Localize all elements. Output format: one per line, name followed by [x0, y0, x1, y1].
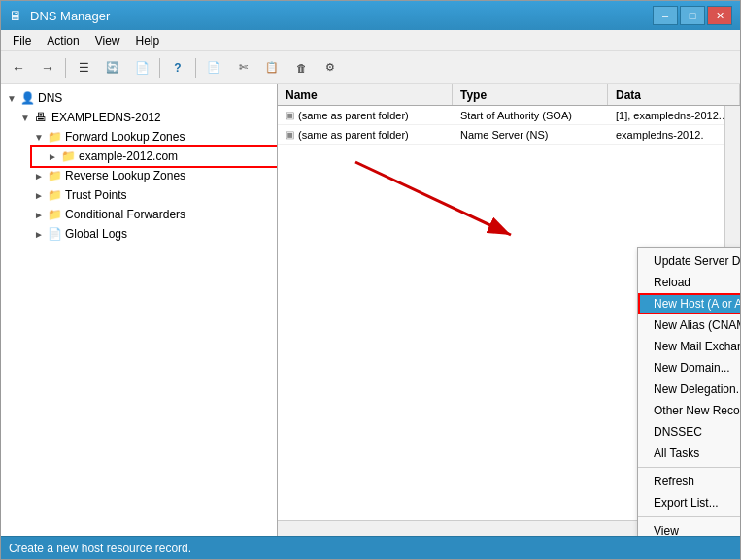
ctx-all-tasks[interactable]: All Tasks ►	[638, 443, 740, 464]
tree-label-conditional: Conditional Forwarders	[65, 208, 185, 221]
server-icon: 🖶	[33, 110, 49, 125]
list-header: Name Type Data	[278, 84, 740, 106]
expand-reverse[interactable]: ►	[32, 169, 46, 182]
globallogs-icon: 📄	[47, 226, 62, 242]
app-icon: 🖥	[9, 8, 22, 23]
copy-button[interactable]: 📋	[258, 55, 286, 81]
ctx-other-new[interactable]: Other New Records...	[638, 400, 740, 421]
list-cell-data-1: exampledns-2012.	[608, 128, 740, 142]
ctx-new-delegation[interactable]: New Delegation...	[638, 379, 740, 400]
ctx-reload[interactable]: Reload	[638, 272, 740, 293]
ctx-new-mail[interactable]: New Mail Exchanger (MX)...	[638, 336, 740, 357]
toolbar-separator-1	[65, 58, 66, 78]
ctx-export-list[interactable]: Export List...	[638, 492, 740, 513]
tree-label-example-domain: example-2012.com	[79, 149, 178, 163]
col-header-type[interactable]: Type	[453, 84, 608, 105]
col-header-data[interactable]: Data	[608, 84, 740, 105]
list-cell-name-0: ▣ (same as parent folder)	[278, 109, 453, 122]
maximize-button[interactable]: □	[680, 6, 705, 25]
main-window: 🖥 DNS Manager – □ ✕ File Action View Hel…	[0, 0, 741, 560]
context-menu[interactable]: Update Server Data File Reload New Host …	[637, 247, 740, 536]
folder-reverse-icon: 📁	[47, 168, 62, 183]
export-button[interactable]: 📄	[128, 55, 155, 81]
ctx-new-host[interactable]: New Host (A or AAAA)... ↖	[638, 293, 740, 314]
menu-view[interactable]: View	[87, 32, 128, 49]
refresh-button[interactable]: 🔄	[99, 55, 126, 81]
folder-example-icon: 📁	[60, 148, 76, 164]
tree-label-server: EXAMPLEDNS-2012	[51, 111, 161, 124]
tree-node-forward[interactable]: ▼ 📁 Forward Lookup Zones	[1, 127, 277, 147]
tree-node-reverse[interactable]: ► 📁 Reverse Lookup Zones	[1, 166, 277, 185]
back-button[interactable]: ←	[5, 55, 32, 81]
menu-action[interactable]: Action	[39, 32, 86, 49]
minimize-button[interactable]: –	[653, 6, 678, 25]
tree-label-forward: Forward Lookup Zones	[65, 130, 185, 144]
tree-panel[interactable]: ▼ 👤 DNS ▼ 🖶 EXAMPLEDNS-2012 ▼ 📁 Forward …	[1, 84, 278, 536]
window-title: DNS Manager	[30, 9, 110, 23]
tree-node-globallogs[interactable]: ► 📄 Global Logs	[1, 224, 277, 244]
ctx-refresh[interactable]: Refresh	[638, 471, 740, 492]
list-row-1[interactable]: ▣ (same as parent folder) Name Server (N…	[278, 125, 740, 145]
expand-forward[interactable]: ▼	[32, 130, 46, 144]
svg-line-1	[355, 162, 511, 235]
toolbar-separator-3	[195, 58, 196, 78]
menu-file[interactable]: File	[5, 32, 39, 49]
menu-bar: File Action View Help	[1, 30, 740, 51]
properties-toolbar-button[interactable]: ⚙	[317, 55, 344, 81]
tree-node-conditional[interactable]: ► 📁 Conditional Forwarders	[1, 205, 277, 224]
dns-icon: 👤	[19, 90, 35, 106]
cut-button[interactable]: ✄	[229, 55, 256, 81]
tree-label-trust: Trust Points	[65, 188, 127, 202]
ctx-dnssec[interactable]: DNSSEC ►	[638, 421, 740, 443]
folder-trust-icon: 📁	[47, 187, 62, 203]
expand-dns[interactable]: ▼	[5, 91, 18, 105]
expand-conditional[interactable]: ►	[32, 208, 46, 221]
status-text: Create a new host resource record.	[9, 542, 191, 555]
folder-forward-icon: 📁	[47, 129, 62, 145]
main-content: ▼ 👤 DNS ▼ 🖶 EXAMPLEDNS-2012 ▼ 📁 Forward …	[1, 84, 740, 536]
expand-trust[interactable]: ►	[32, 188, 46, 202]
forward-button[interactable]: →	[34, 55, 61, 81]
right-panel: Name Type Data ▣ (same as parent folder)…	[278, 84, 740, 536]
folder-conditional-icon: 📁	[47, 207, 62, 222]
ctx-sep-2	[638, 516, 740, 517]
list-row-0[interactable]: ▣ (same as parent folder) Start of Autho…	[278, 106, 740, 125]
tree-node-dns[interactable]: ▼ 👤 DNS	[1, 88, 277, 108]
delete-button[interactable]: 🗑	[287, 55, 315, 81]
title-bar: 🖥 DNS Manager – □ ✕	[1, 1, 740, 30]
tree-label-globallogs: Global Logs	[65, 227, 127, 241]
toolbar-separator-2	[159, 58, 160, 78]
tree-label-dns: DNS	[38, 91, 62, 105]
ctx-view[interactable]: View ►	[638, 520, 740, 536]
ctx-new-alias[interactable]: New Alias (CNAME)...	[638, 314, 740, 336]
ctx-new-domain[interactable]: New Domain...	[638, 357, 740, 379]
ctx-sep-1	[638, 467, 740, 468]
list-cell-type-0: Start of Authority (SOA)	[453, 109, 608, 122]
tree-node-server[interactable]: ▼ 🖶 EXAMPLEDNS-2012	[1, 108, 277, 127]
new-button[interactable]: 📄	[200, 55, 227, 81]
title-bar-buttons: – □ ✕	[653, 6, 732, 25]
col-header-name[interactable]: Name	[278, 84, 453, 105]
expand-example[interactable]: ►	[46, 149, 59, 163]
toolbar: ← → ☰ 🔄 📄 ? 📄 ✄ 📋 🗑 ⚙	[1, 51, 740, 84]
close-button[interactable]: ✕	[707, 6, 732, 25]
help-button[interactable]: ?	[164, 55, 191, 81]
tree-node-trust[interactable]: ► 📁 Trust Points	[1, 185, 277, 205]
list-cell-type-1: Name Server (NS)	[453, 128, 608, 142]
status-bar: Create a new host resource record.	[1, 536, 740, 559]
list-cell-data-0: [1], exampledns-2012., ho	[608, 109, 740, 122]
list-cell-name-1: ▣ (same as parent folder)	[278, 128, 453, 142]
tree-node-example-domain[interactable]: ► 📁 example-2012.com	[1, 147, 277, 166]
ctx-update-server[interactable]: Update Server Data File	[638, 250, 740, 272]
expand-globallogs[interactable]: ►	[32, 227, 46, 241]
menu-help[interactable]: Help	[128, 32, 168, 49]
red-arrow-annotation	[336, 143, 550, 259]
expand-server[interactable]: ▼	[18, 111, 32, 124]
tree-label-reverse: Reverse Lookup Zones	[65, 169, 185, 182]
show-tree-button[interactable]: ☰	[70, 55, 97, 81]
